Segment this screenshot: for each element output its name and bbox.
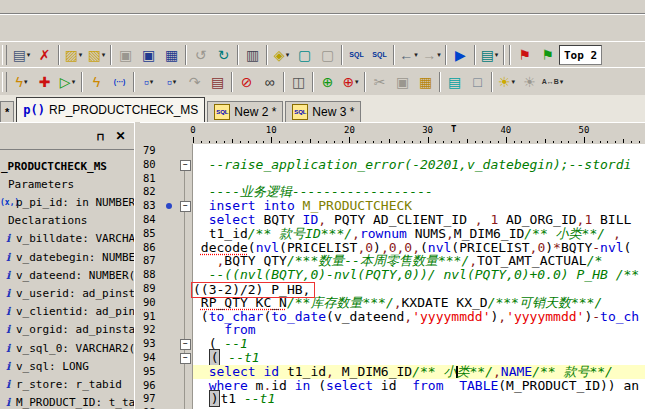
connection-green-flag-button[interactable]: ⚑ (536, 44, 559, 66)
watch-variable-button[interactable]: ∞ (258, 71, 281, 93)
code-line[interactable]: (to_char(to_date(v_dateend,'yyyymmdd'),'… (193, 310, 645, 324)
back-button[interactable]: ←▾ (397, 44, 420, 66)
save-as-button[interactable]: ▣ (137, 44, 160, 66)
tree-item[interactable]: iv_sql_0: VARCHAR2(3 (0, 340, 134, 356)
profiler-button[interactable]: ▷▾ (56, 71, 79, 93)
new-blank-doc-button[interactable]: □ (466, 71, 489, 93)
paste-button[interactable]: ▦ (414, 71, 437, 93)
highlight-button[interactable]: ☀▾ (495, 71, 518, 93)
ruler-tick (263, 141, 264, 143)
fold-collapse-icon[interactable]: − (180, 353, 191, 364)
tree-item[interactable]: iv_billdate: VARCHAR (0, 231, 134, 247)
toolbar-grip[interactable] (2, 72, 7, 92)
code-token: , (318, 212, 326, 227)
command-window-button[interactable]: ▢ (316, 44, 339, 66)
open-multiple-button[interactable]: ▧▾ (85, 44, 108, 66)
find-in-files-button[interactable]: ⊕▾ (339, 71, 362, 93)
extract-sql-button[interactable]: SQL (368, 44, 391, 66)
tree-item[interactable]: Parameters (0, 176, 134, 192)
test-window-button[interactable]: ◈▾ (270, 44, 293, 66)
find-database-objects-button[interactable]: ⊕ (316, 71, 339, 93)
save-all-button[interactable]: ▦ (160, 44, 183, 66)
code-line[interactable]: --raise_application_error(-20201,v_dateb… (193, 158, 645, 172)
fold-collapse-icon[interactable]: − (180, 201, 191, 212)
tree-item[interactable]: (x,)p_pi_id: in NUMBER (0, 194, 134, 210)
dropdown-arrow-icon[interactable]: ▾ (495, 51, 499, 59)
dropdown-arrow-icon[interactable]: ▾ (102, 51, 106, 59)
dropdown-arrow-icon[interactable]: ▾ (173, 78, 177, 86)
print-button[interactable]: ▥ (241, 44, 264, 66)
fold-collapse-icon[interactable]: − (180, 160, 191, 171)
next-item-button[interactable]: ▶ (449, 44, 472, 66)
dropdown-arrow-icon[interactable]: ▾ (27, 51, 31, 59)
dropdown-arrow-icon[interactable]: ▾ (24, 78, 28, 86)
forward-button[interactable]: →▾ (420, 44, 443, 66)
stop-execution-button[interactable]: ⊘ (235, 71, 258, 93)
close-icon[interactable]: ✕ (113, 129, 128, 143)
tree-item[interactable]: _PRODUCTCHECK_MS (0, 158, 134, 174)
cut-button[interactable]: ✂ (368, 71, 391, 93)
dropdown-arrow-icon[interactable]: ▾ (150, 78, 154, 86)
code-line[interactable]: --((nvl(BQTY,0)-nvl(PQTY,0))/ nvl(PQTY,0… (193, 268, 645, 282)
dropdown-arrow-icon[interactable]: ▾ (414, 51, 418, 59)
debug-test-button[interactable]: ✚ (33, 71, 56, 93)
new-window-button[interactable]: ▤▾ (10, 44, 33, 66)
commit-button[interactable]: ↺ (189, 44, 212, 66)
tab-stop-marker[interactable]: T (451, 124, 456, 134)
macro-button[interactable]: (⋯) (108, 71, 131, 93)
fold-collapse-icon[interactable]: − (180, 339, 191, 350)
save-button[interactable]: ▣ (114, 44, 137, 66)
pin-icon[interactable]: ⊓ (93, 129, 108, 143)
open-file-button[interactable]: ▨▾ (62, 44, 85, 66)
dropdown-arrow-icon[interactable]: ▾ (437, 51, 441, 59)
tree-item[interactable]: iv_datebegin: NUMBER (0, 249, 134, 265)
copy-button[interactable]: ▣ (391, 71, 414, 93)
close-window-button[interactable]: ✗ (33, 44, 56, 66)
connection-red-flag-button[interactable]: ⚑ (513, 44, 536, 66)
connection-combo[interactable]: Top 2 (559, 45, 602, 65)
tree-item[interactable]: iv_sql: LONG (0, 358, 134, 374)
tree-item-label: v_datebegin: NUMBER (16, 251, 134, 264)
breakpoint-dot-icon[interactable] (166, 203, 172, 209)
load-sql-button[interactable]: SQL (345, 44, 368, 66)
run-to-breakpoint-button[interactable]: ▫▾ (160, 71, 183, 93)
dropdown-arrow-icon[interactable]: ▾ (79, 51, 83, 59)
tab-rp-productcheck-ms[interactable]: p()RP_PRODUCTCHECK_MS (16, 97, 205, 122)
tree-item[interactable]: iM_PRODUCT_ID: t_tab (0, 395, 134, 409)
ruler-tick (279, 141, 280, 143)
session-doc-button[interactable]: ▤▾ (478, 44, 501, 66)
code-token: to_date (271, 309, 326, 324)
highlight-off-button[interactable]: ☀ (518, 71, 541, 93)
execute-document-button[interactable]: ϟ▾ (10, 71, 33, 93)
dropdown-arrow-icon[interactable]: ▾ (560, 78, 564, 86)
tree-item[interactable]: iv_orgid: ad_pinstar (0, 322, 134, 338)
code-token: 'yyyymmdd' (412, 309, 490, 324)
tab-new-2-[interactable]: SQLNew 2 * (207, 101, 283, 122)
tree-item[interactable]: iv_userid: ad_pinsta (0, 285, 134, 301)
step-over-button[interactable]: ↷ (183, 71, 206, 93)
dropdown-arrow-icon[interactable]: ▾ (286, 51, 290, 59)
tree-item-label: _PRODUCTCHECK_MS (1, 160, 107, 173)
tree-item[interactable]: iv_dateend: NUMBER(8 (0, 267, 134, 283)
dropdown-arrow-icon[interactable]: ▾ (512, 78, 516, 86)
view-spec-body-button[interactable]: ▤ (206, 71, 229, 93)
tree-item[interactable]: Declarations (0, 213, 134, 229)
tree-item[interactable]: iv_clientid: ad_pins (0, 304, 134, 320)
selection-doc-button[interactable]: ▤ (443, 71, 466, 93)
tree-item[interactable]: ir_store: r_tabid (0, 376, 134, 392)
execute-button[interactable]: ϟ (85, 71, 108, 93)
find-replace-button[interactable]: A↔B▾ (541, 71, 564, 93)
code-line[interactable]: ( --1 (193, 337, 645, 351)
dropdown-arrow-icon[interactable]: ▾ (355, 78, 359, 86)
find-database-objects-icon: ⊕ (322, 75, 334, 89)
tab-new-3-[interactable]: SQLNew 3 * (285, 101, 361, 122)
rollback-button[interactable]: ↻ (212, 44, 235, 66)
dropdown-arrow-icon[interactable]: ▾ (72, 78, 76, 86)
tab-overflow-stub[interactable]: * (0, 101, 14, 122)
code-line[interactable]: )t1 --t1 (193, 392, 645, 406)
code-line[interactable]: from (193, 323, 645, 337)
toolbar-grip[interactable] (2, 45, 7, 65)
toggle-breakpoint-button[interactable]: ▫▾ (137, 71, 160, 93)
recycle-bin-button[interactable]: ◫ (287, 71, 310, 93)
report-window-button[interactable]: ▢ (293, 44, 316, 66)
